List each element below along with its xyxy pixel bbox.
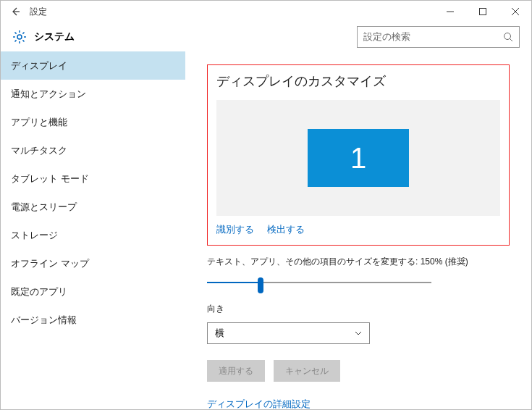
detect-link[interactable]: 検出する — [267, 223, 305, 236]
svg-point-13 — [504, 33, 511, 40]
minimize-icon — [447, 8, 454, 15]
close-button[interactable] — [499, 1, 531, 22]
sidebar-item-default-apps[interactable]: 既定のアプリ — [1, 277, 185, 306]
sidebar-item-label: ストレージ — [11, 229, 58, 242]
search-placeholder: 設定の検索 — [363, 30, 410, 43]
sidebar-item-label: 電源とスリープ — [11, 201, 77, 214]
display-customize-box: ディスプレイのカスタマイズ 1 識別する 検出する — [207, 64, 510, 246]
arrow-left-icon — [10, 7, 20, 17]
cancel-button[interactable]: キャンセル — [274, 360, 340, 382]
maximize-button[interactable] — [466, 1, 499, 22]
section-title: ディスプレイのカスタマイズ — [216, 72, 500, 90]
sidebar-item-display[interactable]: ディスプレイ — [1, 51, 185, 80]
sidebar-item-apps[interactable]: アプリと機能 — [1, 108, 185, 136]
chevron-down-icon — [355, 331, 362, 335]
sidebar-item-power[interactable]: 電源とスリープ — [1, 193, 185, 221]
sidebar-item-label: 通知とアクション — [11, 88, 86, 101]
sidebar-item-label: 既定のアプリ — [11, 285, 67, 298]
monitor-number: 1 — [350, 142, 366, 175]
monitor-1[interactable]: 1 — [308, 129, 409, 187]
sidebar-item-notifications[interactable]: 通知とアクション — [1, 80, 185, 108]
sidebar-item-multitask[interactable]: マルチタスク — [1, 136, 185, 164]
identify-link[interactable]: 識別する — [216, 223, 254, 236]
sidebar-item-maps[interactable]: オフライン マップ — [1, 249, 185, 277]
orientation-value: 横 — [215, 327, 224, 340]
minimize-button[interactable] — [434, 1, 466, 22]
apply-button[interactable]: 適用する — [207, 360, 265, 382]
svg-line-12 — [15, 40, 17, 41]
gear-icon — [12, 30, 27, 44]
cancel-label: キャンセル — [285, 365, 329, 377]
slider-fill — [207, 282, 261, 283]
window-title: 設定 — [30, 6, 47, 18]
search-icon — [503, 32, 513, 42]
slider-thumb[interactable] — [258, 277, 263, 293]
sidebar-item-about[interactable]: バージョン情報 — [1, 306, 185, 334]
sidebar-item-label: アプリと機能 — [11, 116, 67, 129]
svg-rect-1 — [479, 9, 486, 15]
svg-point-4 — [17, 35, 22, 39]
sidebar-item-label: タブレット モード — [11, 172, 89, 185]
svg-line-11 — [22, 33, 24, 34]
orientation-select[interactable]: 横 — [207, 322, 370, 344]
sidebar-item-label: ディスプレイ — [11, 59, 67, 72]
sidebar-item-label: バージョン情報 — [11, 314, 77, 327]
apply-label: 適用する — [219, 365, 253, 377]
orientation-label: 向き — [207, 303, 510, 315]
sidebar-item-storage[interactable]: ストレージ — [1, 221, 185, 249]
svg-line-9 — [15, 33, 17, 34]
sidebar-item-label: オフライン マップ — [11, 257, 89, 270]
svg-line-10 — [22, 40, 24, 41]
back-button[interactable] — [7, 3, 24, 20]
maximize-icon — [479, 8, 486, 15]
sidebar-item-tablet[interactable]: タブレット モード — [1, 164, 185, 193]
size-label: テキスト、アプリ、その他の項目のサイズを変更する: 150% (推奨) — [207, 256, 510, 268]
scale-slider[interactable] — [207, 275, 431, 290]
close-icon — [512, 8, 519, 15]
sidebar-item-label: マルチタスク — [11, 144, 67, 157]
page-title: システム — [34, 30, 75, 43]
search-input[interactable]: 設定の検索 — [357, 26, 520, 48]
monitor-preview[interactable]: 1 — [216, 100, 500, 216]
svg-line-14 — [510, 39, 513, 42]
sidebar: ディスプレイ 通知とアクション アプリと機能 マルチタスク タブレット モード … — [1, 51, 185, 409]
advanced-display-link[interactable]: ディスプレイの詳細設定 — [207, 398, 510, 409]
